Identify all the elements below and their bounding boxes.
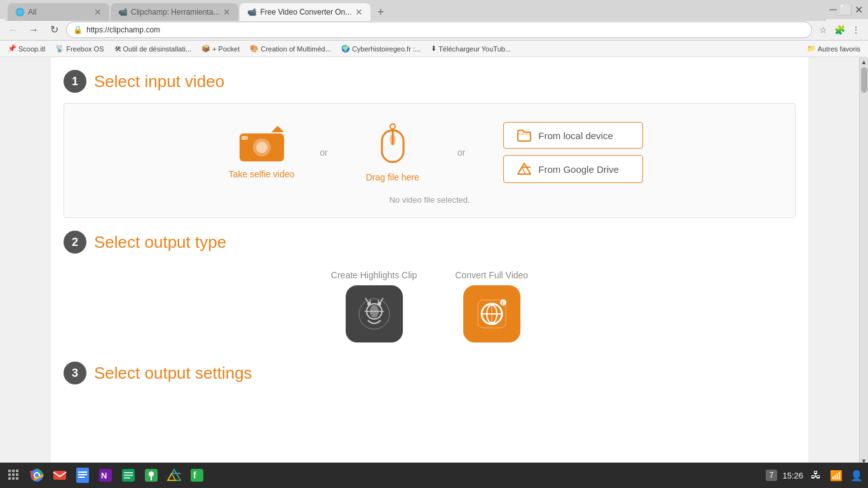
taskbar-maps-button[interactable] bbox=[141, 465, 161, 485]
new-tab-button[interactable]: + bbox=[372, 3, 390, 21]
taskbar-onenote-button[interactable]: N bbox=[95, 465, 116, 485]
step2-header: 2 Select output type bbox=[64, 231, 796, 254]
taskbar-clock: 7 15:26 🖧 📶 👤 bbox=[766, 468, 864, 483]
back-button[interactable]: ← bbox=[5, 22, 22, 38]
lock-icon: 🔒 bbox=[73, 25, 83, 34]
taskbar-sheets-button[interactable] bbox=[118, 465, 139, 485]
bookmark-creation[interactable]: 🎨 Creation of Multiméd... bbox=[247, 43, 334, 54]
svg-rect-38 bbox=[53, 471, 66, 480]
step2-section: 2 Select output type Create Highlights C… bbox=[64, 231, 796, 349]
svg-rect-34 bbox=[16, 477, 18, 480]
tab-clipchamp[interactable]: 📹 Clipchamp: Herramienta... ✕ bbox=[111, 3, 238, 21]
or-text-1: or bbox=[307, 147, 340, 158]
highlights-icon bbox=[346, 285, 403, 342]
sheets-icon bbox=[121, 468, 135, 482]
folder-icon bbox=[517, 129, 532, 142]
highlights-svg bbox=[355, 295, 393, 333]
menu-icon[interactable]: ⋮ bbox=[849, 23, 863, 37]
apps-grid-icon bbox=[8, 469, 20, 482]
svg-rect-29 bbox=[8, 473, 11, 476]
step3-circle: 3 bbox=[64, 362, 86, 384]
svg-rect-31 bbox=[16, 473, 18, 476]
tabs-bar: 🌐 All ✕ 📹 Clipchamp: Herramienta... ✕ 📹 … bbox=[5, 0, 826, 21]
taskbar-apps-button[interactable] bbox=[4, 465, 24, 485]
drive-icon bbox=[167, 468, 181, 482]
bookmarks-bar: 📌 Scoop.itl 📡 Freebox OS 🛠 Outil de dési… bbox=[0, 41, 868, 57]
tab-all-favicon: 🌐 bbox=[15, 8, 24, 17]
svg-rect-28 bbox=[16, 470, 18, 472]
nav-bar: ← → ↻ 🔒 https://clipchamp.com ☆ 🧩 ⋮ bbox=[0, 19, 868, 41]
svg-rect-54 bbox=[191, 469, 203, 482]
step3-header: 3 Select output settings bbox=[64, 362, 796, 384]
svg-text:N: N bbox=[101, 471, 107, 480]
svg-rect-32 bbox=[8, 477, 11, 480]
page-content: beta Support ⚽ 1 Select input video bbox=[0, 57, 859, 465]
svg-point-3 bbox=[256, 142, 268, 153]
svg-rect-33 bbox=[12, 477, 15, 480]
tab-converter-close[interactable]: ✕ bbox=[355, 7, 363, 17]
maximize-button[interactable]: ⬜ bbox=[841, 5, 850, 14]
close-button[interactable]: ✕ bbox=[854, 5, 863, 14]
svg-rect-40 bbox=[78, 471, 87, 473]
svg-marker-1 bbox=[271, 126, 284, 132]
tab-clipchamp-favicon: 📹 bbox=[118, 8, 127, 17]
gmail-icon bbox=[53, 468, 67, 482]
bookmark-freebox[interactable]: 📡 Freebox OS bbox=[53, 43, 106, 54]
drag-label: Drag file here bbox=[366, 172, 419, 182]
local-device-button[interactable]: From local device bbox=[503, 122, 643, 149]
forward-button[interactable]: → bbox=[25, 22, 42, 38]
reload-button[interactable]: ↻ bbox=[46, 22, 62, 38]
step1-section: 1 Select input video bbox=[64, 70, 796, 218]
bookmark-outil[interactable]: 🛠 Outil de désinstallati... bbox=[112, 44, 194, 54]
step1-circle: 1 bbox=[64, 70, 86, 93]
taskbar-gmail-button[interactable] bbox=[50, 465, 70, 485]
scroll-up-button[interactable]: ▲ bbox=[860, 57, 869, 66]
convert-option[interactable]: Convert Full Video ! bbox=[455, 270, 528, 342]
svg-rect-41 bbox=[78, 474, 87, 475]
feedly-icon: f bbox=[190, 468, 204, 482]
bookmark-youtube[interactable]: ⬇ Téléchargeur YouTub... bbox=[428, 43, 513, 54]
input-video-box: Take selfie video or bbox=[64, 103, 796, 218]
svg-rect-46 bbox=[124, 472, 133, 473]
tab-all-title: All bbox=[28, 8, 90, 17]
svg-point-50 bbox=[149, 471, 154, 477]
step1-title: Select input video bbox=[94, 72, 224, 92]
bookmark-cyber[interactable]: 🌍 Cyberhistoiregeo.fr :... bbox=[339, 43, 423, 54]
extensions-icon[interactable]: 🧩 bbox=[832, 23, 846, 37]
bookmark-pocket[interactable]: 📦 + Pocket bbox=[199, 43, 242, 54]
tab-converter-title: Free Video Converter On... bbox=[260, 8, 351, 17]
right-options: From local device F bbox=[503, 122, 643, 183]
taskbar-feedly-button[interactable]: f bbox=[187, 465, 207, 485]
nav-actions: ☆ 🧩 ⋮ bbox=[816, 23, 863, 37]
minimize-button[interactable]: ─ bbox=[829, 5, 837, 14]
step3-title: Select output settings bbox=[94, 363, 252, 383]
tab-clipchamp-close[interactable]: ✕ bbox=[223, 7, 231, 17]
selfie-option[interactable]: Take selfie video bbox=[216, 119, 308, 186]
tab-all-close[interactable]: ✕ bbox=[94, 7, 102, 17]
svg-text:f: f bbox=[193, 470, 196, 480]
bookmark-scoop[interactable]: 📌 Scoop.itl bbox=[5, 43, 48, 54]
highlights-label: Create Highlights Clip bbox=[331, 270, 417, 280]
other-bookmarks[interactable]: 📁 Autres favoris bbox=[804, 43, 863, 54]
drag-option[interactable]: Drag file here bbox=[341, 116, 445, 189]
no-file-text: No video file selected. bbox=[389, 195, 470, 205]
convert-label: Convert Full Video bbox=[455, 270, 528, 280]
taskbar-chrome-button[interactable] bbox=[27, 465, 47, 485]
google-drive-label: From Google Drive bbox=[538, 164, 619, 175]
scrollbar-thumb[interactable] bbox=[861, 67, 867, 93]
step3-section: 3 Select output settings bbox=[64, 362, 796, 384]
input-options: Take selfie video or bbox=[77, 116, 782, 189]
tab-all[interactable]: 🌐 All ✕ bbox=[8, 3, 109, 21]
taskbar-drive-button[interactable] bbox=[164, 465, 184, 485]
tab-converter[interactable]: 📹 Free Video Converter On... ✕ bbox=[240, 3, 370, 21]
taskbar: N f 7 15:26 🖧 📶 👤 bbox=[0, 463, 868, 488]
taskbar-docs-button[interactable] bbox=[72, 465, 93, 485]
highlights-option[interactable]: Create Highlights Clip bbox=[331, 270, 417, 342]
svg-point-8 bbox=[390, 124, 395, 129]
tab-clipchamp-title: Clipchamp: Herramienta... bbox=[131, 8, 219, 17]
step2-circle: 2 bbox=[64, 231, 86, 254]
address-bar[interactable]: 🔒 https://clipchamp.com bbox=[66, 22, 812, 38]
window-controls: ─ ⬜ ✕ bbox=[829, 5, 863, 14]
star-icon[interactable]: ☆ bbox=[816, 23, 830, 37]
google-drive-button[interactable]: From Google Drive bbox=[503, 155, 643, 183]
